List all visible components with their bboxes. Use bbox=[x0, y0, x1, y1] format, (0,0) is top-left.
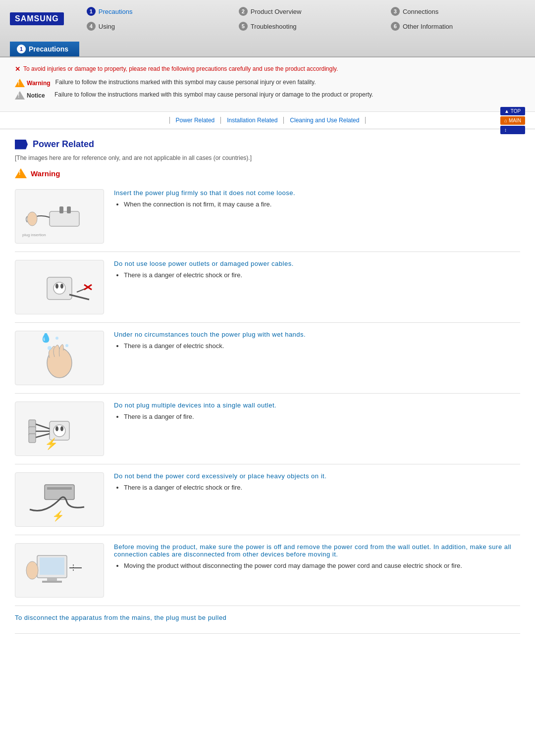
top-icon: ▲ bbox=[504, 108, 509, 114]
svg-point-19 bbox=[60, 426, 63, 431]
item-1-title: Insert the power plug firmly so that it … bbox=[114, 189, 520, 197]
nav-item-using[interactable]: 4 Using bbox=[84, 20, 221, 33]
item-6-bullet-1: Moving the product without disconnecting… bbox=[124, 562, 520, 569]
warning-triangle-icon bbox=[15, 79, 25, 87]
item-4-title: Do not plug multiple devices into a sing… bbox=[114, 402, 520, 409]
nav-num-1: 1 bbox=[87, 7, 96, 16]
section-title-power: Power Related bbox=[15, 139, 520, 150]
svg-rect-0 bbox=[50, 211, 79, 226]
svg-text:plug insertion: plug insertion bbox=[22, 233, 46, 237]
item-3-bullets: There is a danger of electric shock. bbox=[114, 342, 520, 350]
item-3-title: Under no circumstances touch the power p… bbox=[114, 331, 520, 338]
content-item-1: plug insertion Insert the power plug fir… bbox=[15, 181, 520, 252]
nav-item-troubleshooting[interactable]: 5 Troubleshooting bbox=[236, 20, 373, 33]
main-icon: ⌂ bbox=[504, 118, 507, 123]
main-content: Power Related [The images here are for r… bbox=[0, 129, 535, 639]
item-3-text: Under no circumstances touch the power p… bbox=[114, 331, 520, 352]
item-6-text: Before moving the product, make sure the… bbox=[114, 543, 520, 571]
sidebar-num: 1 bbox=[17, 45, 26, 53]
notice-triangle-icon bbox=[15, 91, 25, 100]
wet-hands-illustration: 💧 bbox=[20, 333, 99, 383]
item-2-bullet-1: There is a danger of electric shock or f… bbox=[124, 271, 520, 279]
nav-item-connections[interactable]: 3 Connections bbox=[388, 5, 525, 18]
cleaning-use-related-link[interactable]: Cleaning and Use Related bbox=[284, 117, 366, 124]
svg-point-31 bbox=[26, 561, 38, 579]
section-title-icon bbox=[15, 140, 28, 150]
svg-text:⚡: ⚡ bbox=[52, 510, 64, 522]
x-mark-icon: ✕ bbox=[15, 65, 20, 73]
item-1-text: Insert the power plug firmly so that it … bbox=[114, 189, 520, 210]
installation-related-link[interactable]: Installation Related bbox=[221, 117, 284, 124]
notice-row: Notice Failure to follow the instruction… bbox=[15, 91, 520, 100]
svg-point-17 bbox=[54, 425, 65, 437]
item-6-bullets: Moving the product without disconnecting… bbox=[114, 562, 520, 569]
item-2-title: Do not use loose power outlets or damage… bbox=[114, 260, 520, 267]
item-4-text: Do not plug multiple devices into a sing… bbox=[114, 402, 520, 422]
warning-row: Warning Failure to follow the instructio… bbox=[15, 79, 520, 87]
section-heading: Power Related bbox=[33, 139, 94, 150]
item-6-image bbox=[15, 543, 104, 598]
sidebar-label: 1 Precautions bbox=[10, 42, 79, 56]
svg-rect-24 bbox=[45, 485, 74, 500]
top-button[interactable]: ▲ TOP bbox=[500, 107, 525, 115]
nav-num-2: 2 bbox=[239, 7, 248, 16]
multiple-plugs-illustration: ⚡ bbox=[20, 404, 99, 454]
last-item-title: To disconnect the apparatus from the mai… bbox=[15, 614, 520, 621]
warning-badge-large: Warning bbox=[15, 168, 520, 178]
intro-section: ✕ To avoid injuries or damage to propert… bbox=[0, 57, 535, 112]
item-6-title: Before moving the product, make sure the… bbox=[114, 543, 520, 558]
scroll-icon: ↕ bbox=[504, 127, 507, 133]
nav-item-other-info[interactable]: 6 Other Information bbox=[388, 20, 525, 33]
svg-point-7 bbox=[55, 284, 58, 289]
svg-rect-2 bbox=[67, 206, 71, 213]
section-nav: Power Related Installation Related Clean… bbox=[0, 112, 535, 129]
item-5-text: Do not bend the power cord excessively o… bbox=[114, 472, 520, 493]
power-related-link[interactable]: Power Related bbox=[169, 117, 221, 124]
nav-item-product-overview[interactable]: 2 Product Overview bbox=[236, 5, 373, 18]
item-2-bullets: There is a danger of electric shock or f… bbox=[114, 271, 520, 279]
item-1-bullets: When the connection is not firm, it may … bbox=[114, 201, 520, 208]
warning-large-icon bbox=[15, 168, 27, 178]
item-1-bullet-1: When the connection is not firm, it may … bbox=[124, 201, 520, 208]
svg-point-13 bbox=[48, 346, 52, 350]
item-4-bullets: There is a danger of fire. bbox=[114, 413, 520, 420]
svg-rect-25 bbox=[47, 487, 72, 490]
content-item-3: 💧 Under no circumstances touch the power… bbox=[15, 323, 520, 394]
svg-point-18 bbox=[55, 426, 58, 431]
nav-num-6: 6 bbox=[391, 22, 400, 31]
svg-rect-29 bbox=[47, 578, 57, 581]
item-3-bullet-1: There is a danger of electric shock. bbox=[124, 342, 520, 350]
header: SAMSUNG 1 Precautions 2 Product Overview… bbox=[0, 0, 535, 57]
samsung-logo: SAMSUNG bbox=[10, 12, 64, 25]
item-1-image: plug insertion bbox=[15, 189, 104, 244]
header-top: SAMSUNG 1 Precautions 2 Product Overview… bbox=[10, 5, 525, 33]
plug-insert-illustration: plug insertion bbox=[20, 192, 99, 241]
svg-rect-30 bbox=[42, 581, 62, 583]
svg-rect-28 bbox=[40, 557, 64, 575]
notice-badge-small: Notice bbox=[15, 91, 50, 100]
nav-grid: 1 Precautions 2 Product Overview 3 Conne… bbox=[84, 5, 525, 33]
moving-product-illustration bbox=[20, 546, 99, 595]
item-3-image: 💧 bbox=[15, 331, 104, 385]
item-2-text: Do not use loose power outlets or damage… bbox=[114, 260, 520, 281]
content-item-6: Before moving the product, make sure the… bbox=[15, 535, 520, 606]
main-button[interactable]: ⌂ MAIN bbox=[500, 116, 525, 125]
section-nav-links: Power Related Installation Related Clean… bbox=[169, 117, 366, 124]
content-item-5: ⚡ Do not bend the power cord excessively… bbox=[15, 464, 520, 535]
content-item-2: Do not use loose power outlets or damage… bbox=[15, 252, 520, 323]
svg-point-14 bbox=[65, 344, 68, 347]
bent-cord-illustration: ⚡ bbox=[20, 475, 99, 524]
item-2-image bbox=[15, 260, 104, 314]
nav-num-3: 3 bbox=[391, 7, 400, 16]
item-5-bullets: There is a danger of electric shock or f… bbox=[114, 484, 520, 491]
scroll-button[interactable]: ↕ bbox=[500, 126, 525, 134]
nav-item-precautions[interactable]: 1 Precautions bbox=[84, 5, 221, 18]
content-item-4: ⚡ Do not plug multiple devices into a si… bbox=[15, 394, 520, 464]
svg-point-3 bbox=[27, 212, 37, 226]
nav-buttons: ▲ TOP ⌂ MAIN ↕ bbox=[500, 107, 525, 134]
svg-rect-22 bbox=[29, 434, 36, 443]
intro-warning: ✕ To avoid injuries or damage to propert… bbox=[15, 65, 520, 73]
item-4-image: ⚡ bbox=[15, 402, 104, 456]
svg-rect-1 bbox=[59, 206, 63, 213]
svg-point-15 bbox=[55, 337, 58, 340]
